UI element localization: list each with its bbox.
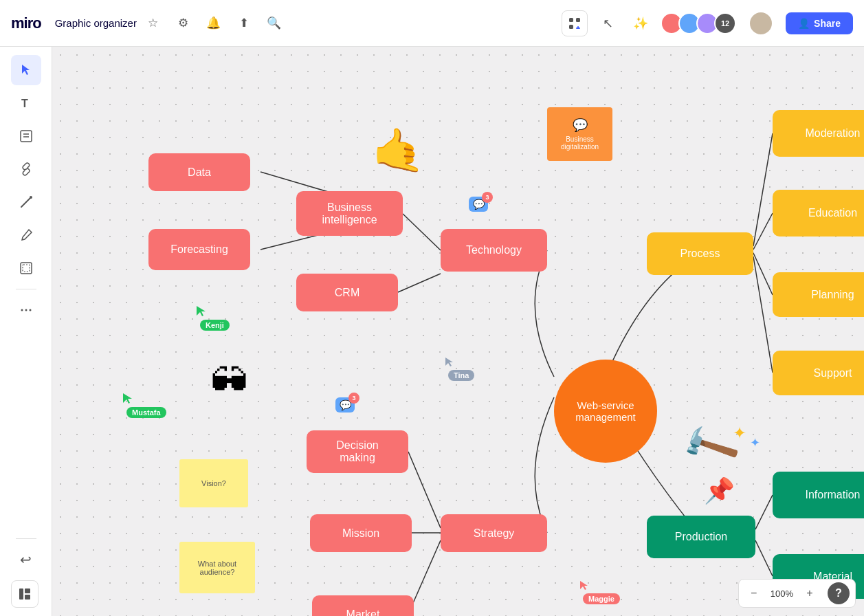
panel-toggle-button[interactable] bbox=[11, 580, 38, 608]
node-decision-making[interactable]: Decision making bbox=[307, 430, 408, 473]
svg-rect-31 bbox=[25, 595, 30, 600]
svg-line-24 bbox=[753, 213, 773, 250]
header: miro Graphic organizer ☆ ⚙ 🔔 ⬆ 🔍 ↖ ✨ 12 … bbox=[0, 0, 864, 47]
svg-line-25 bbox=[753, 253, 773, 295]
collaborators-avatars: 12 bbox=[661, 12, 736, 34]
apps-button[interactable] bbox=[562, 10, 588, 36]
link-tool[interactable] bbox=[11, 154, 41, 184]
text-tool[interactable]: T bbox=[11, 88, 41, 118]
svg-point-13 bbox=[21, 309, 23, 311]
sticky-vision[interactable]: Vision? bbox=[179, 459, 248, 507]
svg-rect-1 bbox=[576, 18, 580, 22]
undo-button[interactable]: ↩ bbox=[11, 544, 41, 575]
help-button[interactable]: ? bbox=[828, 582, 850, 604]
comment-badge-1[interactable]: 💬 3 bbox=[469, 197, 488, 212]
share-button[interactable]: 👤Share bbox=[786, 12, 853, 34]
select-tool[interactable] bbox=[11, 55, 41, 85]
miro-logo: miro bbox=[11, 14, 41, 32]
search-icon[interactable]: 🔍 bbox=[263, 12, 285, 34]
zoom-out-button[interactable]: − bbox=[744, 584, 764, 603]
magic-select-icon[interactable]: ✨ bbox=[628, 10, 654, 36]
left-toolbar: T ↩ ↪ bbox=[0, 47, 52, 616]
svg-rect-0 bbox=[569, 18, 573, 22]
node-production[interactable]: Production bbox=[647, 516, 755, 558]
node-education[interactable]: Education bbox=[773, 190, 864, 236]
node-process[interactable]: Process bbox=[647, 232, 753, 275]
svg-rect-6 bbox=[21, 131, 32, 142]
node-forecasting[interactable]: Forecasting bbox=[148, 229, 250, 270]
sticky-biz-digital[interactable]: 💬 Business digitalization bbox=[547, 107, 612, 161]
cursor-tina: Tina bbox=[448, 368, 474, 381]
glasses-sticker: 🕶 bbox=[210, 360, 248, 404]
node-moderation[interactable]: Moderation bbox=[773, 110, 864, 157]
svg-point-15 bbox=[29, 309, 31, 311]
node-technology[interactable]: Technology bbox=[441, 229, 547, 272]
svg-rect-4 bbox=[576, 28, 580, 29]
pen-tool[interactable] bbox=[11, 220, 41, 250]
toolbar-divider bbox=[16, 289, 36, 289]
cursor-maggie: Maggie bbox=[583, 592, 620, 604]
svg-point-14 bbox=[25, 309, 27, 311]
node-center[interactable]: Web-service management bbox=[554, 360, 657, 463]
settings-icon[interactable]: ⚙ bbox=[173, 12, 195, 34]
svg-line-19 bbox=[398, 274, 441, 292]
avatar-count[interactable]: 12 bbox=[714, 12, 736, 34]
self-avatar[interactable] bbox=[749, 11, 773, 36]
cursor-mustafa: Mustafa bbox=[126, 406, 166, 418]
cursor-kenji: Kenji bbox=[200, 318, 230, 331]
zoom-controls: − 100% + ? bbox=[738, 579, 856, 608]
svg-rect-30 bbox=[25, 588, 30, 593]
node-planning[interactable]: Planning bbox=[773, 272, 864, 317]
zoom-percentage[interactable]: 100% bbox=[766, 588, 797, 599]
cursor-mode-icon[interactable]: ↖ bbox=[595, 10, 621, 36]
sticky-audience[interactable]: What about audience? bbox=[179, 542, 255, 593]
bottom-left-panel bbox=[11, 580, 38, 608]
upload-icon[interactable]: ⬆ bbox=[233, 12, 255, 34]
node-mission[interactable]: Mission bbox=[310, 514, 412, 552]
node-support[interactable]: Support bbox=[773, 351, 864, 395]
wave-hand-sticker: 🤙 bbox=[372, 126, 425, 175]
node-market[interactable]: Market bbox=[312, 595, 414, 616]
svg-line-27 bbox=[755, 495, 773, 529]
svg-point-10 bbox=[30, 196, 32, 199]
node-strategy[interactable]: Strategy bbox=[441, 514, 547, 552]
node-crm[interactable]: CRM bbox=[296, 274, 398, 311]
more-tools[interactable] bbox=[11, 295, 41, 325]
canvas[interactable]: Data Forecasting Business intelligence C… bbox=[52, 47, 864, 616]
svg-line-26 bbox=[753, 256, 773, 373]
node-data[interactable]: Data bbox=[148, 153, 250, 191]
svg-line-20 bbox=[408, 452, 441, 528]
svg-line-9 bbox=[21, 197, 31, 207]
svg-line-16 bbox=[403, 214, 441, 250]
line-tool[interactable] bbox=[11, 187, 41, 217]
sparkle-sticker: ✦ bbox=[733, 424, 746, 443]
node-information[interactable]: Information bbox=[773, 472, 864, 518]
node-business-intelligence[interactable]: Business intelligence bbox=[296, 191, 403, 236]
sticky-tool[interactable] bbox=[11, 121, 41, 151]
hammer-sticker: 🔨 bbox=[676, 415, 742, 480]
board-title[interactable]: Graphic organizer bbox=[55, 17, 137, 29]
frame-tool[interactable] bbox=[11, 253, 41, 283]
svg-rect-29 bbox=[19, 588, 23, 600]
pin-sticker: 📌 bbox=[704, 476, 735, 505]
toolbar-divider-2 bbox=[16, 538, 36, 539]
svg-text:T: T bbox=[21, 98, 28, 109]
header-right: ↖ ✨ 12 👤Share bbox=[562, 10, 853, 36]
bell-icon[interactable]: 🔔 bbox=[203, 12, 225, 34]
svg-line-28 bbox=[755, 540, 773, 576]
svg-rect-2 bbox=[569, 25, 573, 29]
star-icon[interactable]: ☆ bbox=[142, 12, 164, 34]
sparkle-sticker-2: ✦ bbox=[750, 435, 760, 450]
svg-line-23 bbox=[753, 133, 773, 246]
svg-rect-12 bbox=[23, 265, 30, 272]
zoom-in-button[interactable]: + bbox=[800, 584, 819, 603]
title-area: Graphic organizer ☆ bbox=[55, 12, 164, 34]
comment-badge-2[interactable]: 💬 3 bbox=[335, 397, 355, 412]
